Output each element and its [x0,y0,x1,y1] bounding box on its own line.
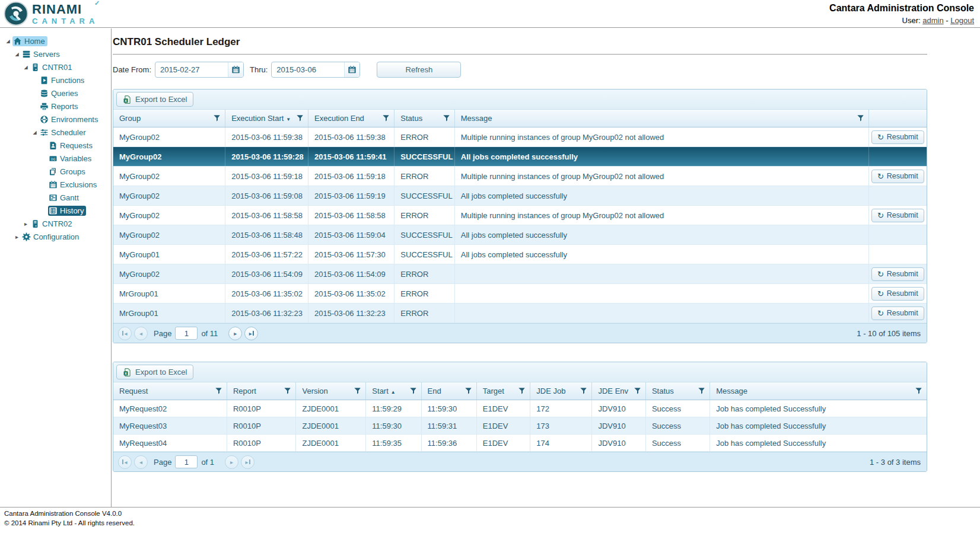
filter-icon[interactable] [443,114,450,122]
filter-icon[interactable] [213,114,221,122]
sidebar-item-requests[interactable]: Requests [0,139,111,152]
sidebar-item-variables[interactable]: (x)Variables [0,152,111,165]
table-row[interactable]: MyGroup022015-03-06 11:59:282015-03-06 1… [113,147,927,167]
table-row[interactable]: MyGroup022015-03-06 11:59:082015-03-06 1… [113,186,927,206]
table-row[interactable]: MyGroup022015-03-06 11:59:182015-03-06 1… [113,167,927,186]
column-header-message[interactable]: Message [455,110,869,127]
sidebar-item-scheduler[interactable]: ◢Scheduler [0,126,111,139]
column-header-jde-env[interactable]: JDE Env [592,382,645,400]
filter-icon[interactable] [518,387,526,395]
filter-icon[interactable] [284,387,291,395]
column-header-status[interactable]: Status [646,382,710,400]
filter-icon[interactable] [464,387,472,395]
column-header-jde-job[interactable]: JDE Job [530,382,592,400]
refresh-button[interactable]: Refresh [377,62,461,78]
pager-next-button[interactable]: ▸ [225,455,238,469]
pager-first-button[interactable]: ◂ [118,455,132,469]
pager-prev-button[interactable]: ◂ [134,455,148,469]
column-header-message[interactable]: Message [710,382,927,400]
ledger-rows: MyGroup022015-03-06 11:59:382015-03-06 1… [113,127,927,323]
sidebar-item-label: Scheduler [51,128,86,137]
sidebar-item-servers[interactable]: ◢Servers [0,47,111,60]
pager-last-button[interactable]: ▸ [244,327,258,340]
sidebar-item-cntr02[interactable]: ▸CNTR02 [0,217,111,230]
column-header-start[interactable]: Start▲ [366,382,421,400]
queries-icon [40,89,49,98]
page-input[interactable] [175,327,198,340]
filter-icon[interactable] [857,114,864,122]
table-row[interactable]: MrGroup012015-03-06 11:35:022015-03-06 1… [113,284,927,304]
resubmit-button[interactable]: ↻Resubmit [871,170,924,183]
column-title: Status [400,114,422,123]
column-header-execution-start[interactable]: Execution Start▼ [225,110,308,127]
table-row[interactable]: MyGroup022015-03-06 11:58:582015-03-06 1… [113,206,927,225]
table-row[interactable]: MyGroup022015-03-06 11:54:092015-03-06 1… [113,264,927,284]
table-row[interactable]: MyRequest04R0010PZJDE000111:59:3511:59:3… [113,435,927,452]
table-row[interactable]: MyRequest03R0010PZJDE000111:59:3011:59:3… [113,417,927,435]
resubmit-button[interactable]: ↻Resubmit [871,130,924,144]
pager-first-button[interactable]: ◂ [118,327,132,340]
column-header-end[interactable]: End [422,382,477,400]
sidebar-item-configuration[interactable]: ▸Configuration [0,230,111,243]
tree-item-content: (x)Variables [48,154,94,164]
sidebar-item-home[interactable]: ◢Home [0,34,111,47]
sidebar-item-groups[interactable]: Groups [0,165,111,178]
tree-collapse-icon[interactable]: ◢ [30,130,39,135]
tree-collapse-icon[interactable]: ◢ [12,52,21,57]
table-row[interactable]: MyGroup022015-03-06 11:58:482015-03-06 1… [113,225,927,245]
filter-icon[interactable] [698,387,705,395]
pager-last-button[interactable]: ▸ [241,455,254,469]
table-row[interactable]: MyRequest02R0010PZJDE000111:59:2911:59:3… [113,400,927,417]
resubmit-button[interactable]: ↻Resubmit [871,307,924,320]
table-row[interactable]: MyGroup022015-03-06 11:59:382015-03-06 1… [113,127,927,147]
page-input[interactable] [175,455,198,468]
table-row[interactable]: MyGroup012015-03-06 11:57:222015-03-06 1… [113,245,927,264]
sidebar-item-reports[interactable]: Reports [0,100,111,113]
export-to-excel-button[interactable]: x Export to Excel [116,365,193,379]
export-to-excel-button[interactable]: x Export to Excel [116,92,193,107]
filter-icon[interactable] [634,387,641,395]
cell-jde-job: 173 [530,417,592,434]
date-from-input[interactable] [155,65,228,74]
filter-icon[interactable] [915,387,922,395]
sidebar-item-exclusions[interactable]: Exclusions [0,178,111,191]
tree-collapse-icon[interactable]: ◢ [4,39,12,44]
resubmit-button[interactable]: ↻Resubmit [871,267,924,281]
sidebar-item-history[interactable]: History [0,204,111,217]
date-from-picker-button[interactable] [228,62,243,77]
page-label: Page [154,458,171,467]
column-header-status[interactable]: Status [394,110,454,127]
sidebar-item-functions[interactable]: Functions [0,74,111,87]
column-header-request[interactable]: Request [113,382,227,400]
sidebar-item-queries[interactable]: Queries [0,87,111,100]
resubmit-button[interactable]: ↻Resubmit [871,209,924,222]
pager-prev-button[interactable]: ◂ [134,327,148,340]
column-header-version[interactable]: Version [296,382,366,400]
sidebar-item-environments[interactable]: Environments [0,113,111,126]
column-header-report[interactable]: Report [227,382,297,400]
filter-icon[interactable] [580,387,587,395]
resubmit-button[interactable]: ↻Resubmit [871,287,924,301]
table-row[interactable]: MrGroup012015-03-06 11:32:232015-03-06 1… [113,304,927,323]
date-thru-picker-button[interactable] [344,62,359,77]
filter-icon[interactable] [409,387,417,395]
tree-item-content: History [48,206,86,216]
column-header-execution-end[interactable]: Execution End [308,110,394,127]
filter-icon[interactable] [296,114,304,122]
sidebar-item-gantt[interactable]: Gantt [0,191,111,204]
sidebar-item-cntr01[interactable]: ◢CNTR01 [0,60,111,74]
cell-message [455,264,869,283]
tree-expand-icon[interactable]: ▸ [12,234,21,240]
filter-icon[interactable] [354,387,361,395]
filter-icon[interactable] [382,114,390,122]
logo-primary-text: RINAMI✓ [32,3,98,16]
tree-expand-icon[interactable]: ▸ [21,221,30,227]
user-admin-link[interactable]: admin [922,16,943,25]
date-thru-input[interactable] [272,65,344,74]
filter-icon[interactable] [215,387,222,395]
column-header-group[interactable]: Group [113,110,225,127]
logout-link[interactable]: Logout [950,16,974,25]
column-header-target[interactable]: Target [477,382,530,400]
tree-collapse-icon[interactable]: ◢ [21,65,30,70]
pager-next-button[interactable]: ▸ [228,327,242,340]
